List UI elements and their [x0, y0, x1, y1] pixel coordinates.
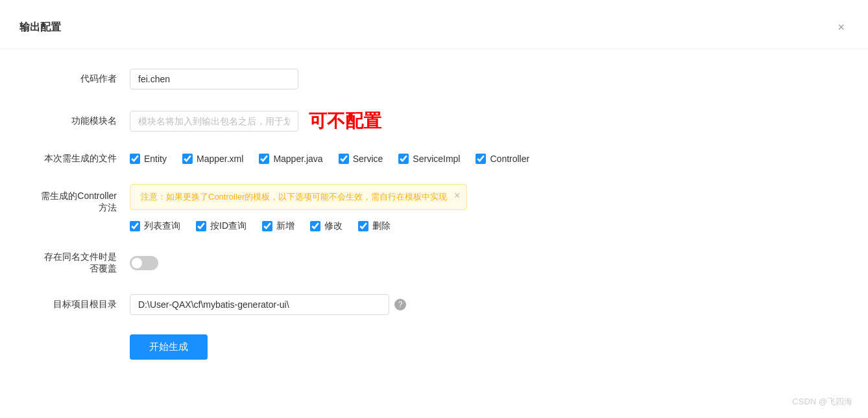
close-button[interactable]: × — [834, 19, 849, 36]
checkbox-delete[interactable]: 删除 — [358, 220, 391, 232]
files-row: 本次需生成的文件 Entity Mapper.xml Mapper.java S… — [39, 153, 829, 165]
checkbox-update[interactable]: 修改 — [310, 220, 343, 232]
checkbox-entity[interactable]: Entity — [130, 154, 167, 164]
module-input[interactable] — [130, 111, 298, 132]
overwrite-toggle[interactable] — [130, 256, 158, 270]
notice-box: 注意：如果更换了Controller的模板，以下选项可能不会生效，需自行在模板中… — [130, 184, 467, 210]
controller-row: 需生成的Controller方法 注意：如果更换了Controller的模板，以… — [39, 184, 829, 232]
module-row: 功能模块名 可不配置 — [39, 109, 829, 134]
checkbox-list-query-input[interactable] — [130, 221, 140, 231]
author-row: 代码作者 — [39, 69, 829, 89]
notice-text: 注意：如果更换了Controller的模板，以下选项可能不会生效，需自行在模板中… — [141, 192, 447, 202]
files-label: 本次需生成的文件 — [39, 153, 130, 165]
checkbox-controller-label: Controller — [490, 154, 529, 164]
checkbox-entity-label: Entity — [144, 154, 167, 164]
checkbox-by-id-query-label: 按ID查询 — [210, 220, 247, 232]
checkbox-update-label: 修改 — [324, 220, 343, 232]
controller-wrapper: 注意：如果更换了Controller的模板，以下选项可能不会生效，需自行在模板中… — [130, 184, 467, 232]
controller-checkboxes: 列表查询 按ID查询 新增 修改 — [130, 220, 467, 232]
dialog-body: 代码作者 功能模块名 可不配置 本次需生成的文件 Entity Mapper.x… — [0, 49, 868, 399]
author-input[interactable] — [130, 69, 298, 89]
toggle-slider — [130, 256, 158, 270]
checkbox-service-input[interactable] — [339, 154, 349, 164]
checkbox-list-query[interactable]: 列表查询 — [130, 220, 180, 232]
author-label: 代码作者 — [39, 73, 130, 85]
checkbox-controller[interactable]: Controller — [476, 154, 529, 164]
help-icon[interactable]: ? — [394, 299, 406, 310]
notice-close-button[interactable]: × — [454, 190, 460, 202]
checkbox-mapper-java[interactable]: Mapper.java — [259, 154, 322, 164]
overwrite-label: 存在同名文件时是否覆盖 — [39, 251, 130, 275]
checkbox-delete-input[interactable] — [358, 221, 368, 231]
checkbox-service-label: Service — [353, 154, 383, 164]
dialog-title: 输出配置 — [19, 21, 61, 34]
checkbox-service-impl-input[interactable] — [398, 154, 409, 164]
submit-button[interactable]: 开始生成 — [130, 334, 208, 360]
checkbox-list-query-label: 列表查询 — [144, 220, 180, 232]
checkbox-controller-input[interactable] — [476, 154, 486, 164]
checkbox-entity-input[interactable] — [130, 154, 140, 164]
checkbox-by-id-query-input[interactable] — [196, 221, 206, 231]
checkbox-mapper-xml[interactable]: Mapper.xml — [182, 154, 243, 164]
checkbox-add-input[interactable] — [262, 221, 272, 231]
checkbox-service-impl-label: ServiceImpl — [413, 154, 460, 164]
checkbox-service[interactable]: Service — [339, 154, 383, 164]
checkbox-mapper-java-input[interactable] — [259, 154, 269, 164]
target-label: 目标项目根目录 — [39, 299, 130, 310]
checkbox-delete-label: 删除 — [372, 220, 391, 232]
controller-label: 需生成的Controller方法 — [39, 184, 130, 214]
target-input[interactable] — [130, 294, 389, 315]
optional-hint: 可不配置 — [309, 109, 381, 134]
checkbox-mapper-xml-input[interactable] — [182, 154, 193, 164]
checkbox-mapper-java-label: Mapper.java — [273, 154, 322, 164]
checkbox-add-label: 新增 — [276, 220, 295, 232]
checkbox-update-input[interactable] — [310, 221, 320, 231]
target-row: 目标项目根目录 ? — [39, 294, 829, 315]
checkbox-by-id-query[interactable]: 按ID查询 — [196, 220, 247, 232]
module-label: 功能模块名 — [39, 115, 130, 127]
watermark: CSDN @飞四海 — [792, 396, 852, 408]
dialog-header: 输出配置 × — [0, 13, 868, 49]
checkbox-service-impl[interactable]: ServiceImpl — [398, 154, 460, 164]
overwrite-row: 存在同名文件时是否覆盖 — [39, 251, 829, 275]
checkbox-add[interactable]: 新增 — [262, 220, 295, 232]
files-checkbox-group: Entity Mapper.xml Mapper.java Service Se… — [130, 154, 529, 164]
checkbox-mapper-xml-label: Mapper.xml — [197, 154, 243, 164]
output-config-dialog: 输出配置 × 代码作者 功能模块名 可不配置 本次需生成的文件 Entity — [0, 0, 868, 418]
submit-row: 开始生成 — [39, 334, 829, 360]
